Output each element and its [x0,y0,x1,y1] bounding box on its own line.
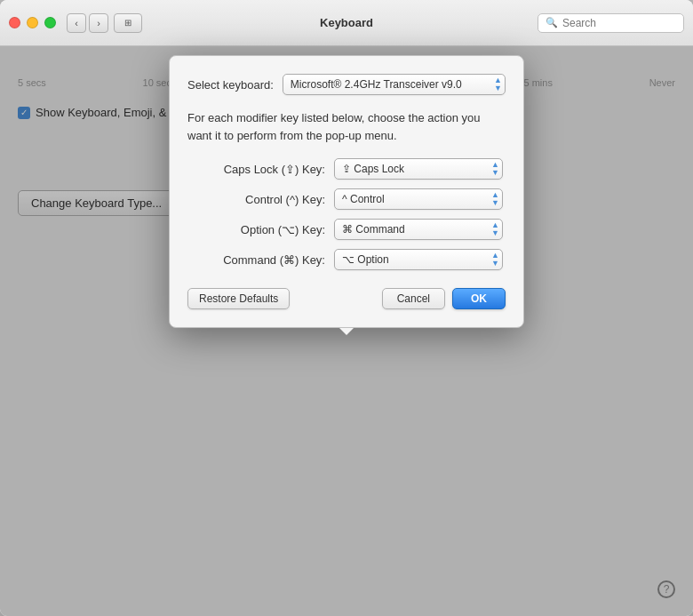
window-title: Keyboard [320,16,373,29]
search-box[interactable]: 🔍 [538,13,684,33]
caps-lock-select[interactable]: ⇪ Caps Lock No Action ^ Control ⌥ Option… [334,158,503,180]
modal-container: Select keyboard: Microsoft® 2.4GHz Trans… [169,46,524,335]
keyboard-select[interactable]: Microsoft® 2.4GHz Transceiver v9.0 [283,74,506,95]
back-button[interactable]: ‹ [67,13,86,33]
command-row: Command (⌘) Key: ⌥ Option No Action ⇪ Ca… [187,249,506,270]
option-label: Option (⌥) Key: [187,223,334,236]
control-row: Control (^) Key: ^ Control No Action ⇪ C… [187,188,506,210]
command-label: Command (⌘) Key: [187,253,334,267]
forward-button[interactable]: › [89,13,108,33]
grid-button[interactable]: ⊞ [114,13,142,33]
nav-buttons: ‹ › ⊞ [67,13,142,33]
caps-lock-select-wrapper: ⇪ Caps Lock No Action ^ Control ⌥ Option… [334,158,503,180]
modal-buttons: Restore Defaults Cancel OK [187,288,506,309]
modal-triangle [339,328,354,335]
restore-defaults-button[interactable]: Restore Defaults [187,288,290,309]
caps-lock-row: Caps Lock (⇪) Key: ⇪ Caps Lock No Action… [187,158,506,180]
keyboard-dropdown-wrapper: Microsoft® 2.4GHz Transceiver v9.0 ▲ ▼ [283,74,506,95]
command-select[interactable]: ⌥ Option No Action ⇪ Caps Lock ^ Control… [334,249,503,270]
option-select[interactable]: ⌘ Command No Action ⇪ Caps Lock ^ Contro… [334,219,503,240]
option-row: Option (⌥) Key: ⌘ Command No Action ⇪ Ca… [187,219,506,240]
select-keyboard-row: Select keyboard: Microsoft® 2.4GHz Trans… [187,74,506,95]
ok-button[interactable]: OK [452,288,506,309]
traffic-lights [9,17,56,28]
description-text: For each modifier key listed below, choo… [187,109,506,144]
control-select-wrapper: ^ Control No Action ⇪ Caps Lock ⌥ Option… [334,188,503,210]
control-label: Control (^) Key: [187,193,334,206]
modifier-rows: Caps Lock (⇪) Key: ⇪ Caps Lock No Action… [187,158,506,270]
search-input[interactable] [562,17,676,29]
search-icon: 🔍 [546,17,558,28]
right-buttons: Cancel OK [382,288,506,309]
maximize-button[interactable] [44,17,56,28]
cancel-button[interactable]: Cancel [382,288,445,309]
select-keyboard-label: Select keyboard: [187,78,274,92]
modal-overlay: Select keyboard: Microsoft® 2.4GHz Trans… [0,46,693,616]
command-select-wrapper: ⌥ Option No Action ⇪ Caps Lock ^ Control… [334,249,503,270]
option-select-wrapper: ⌘ Command No Action ⇪ Caps Lock ^ Contro… [334,219,503,240]
minimize-button[interactable] [27,17,38,28]
main-window: ‹ › ⊞ Keyboard 🔍 5 secs 10 secs 30 secs … [0,0,693,616]
titlebar: ‹ › ⊞ Keyboard 🔍 [0,0,693,46]
caps-lock-label: Caps Lock (⇪) Key: [187,163,334,176]
close-button[interactable] [9,17,20,28]
modal-dialog: Select keyboard: Microsoft® 2.4GHz Trans… [169,55,524,328]
control-select[interactable]: ^ Control No Action ⇪ Caps Lock ⌥ Option… [334,188,503,210]
content-area: 5 secs 10 secs 30 secs 1 min 5 mins Neve… [0,46,693,616]
